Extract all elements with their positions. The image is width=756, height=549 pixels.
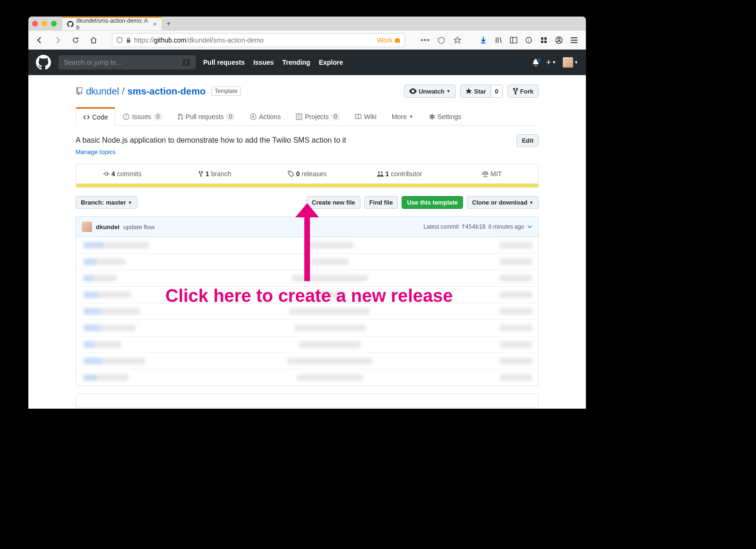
tab-issues[interactable]: Issues0: [115, 107, 170, 125]
github-header: Search or jump to... / Pull requests Iss…: [28, 50, 586, 75]
table-row[interactable]: [76, 352, 538, 369]
commit-message[interactable]: update flow: [123, 223, 155, 231]
url-text: https://github.com/dkundel/sms-action-de…: [134, 36, 375, 44]
clone-button[interactable]: Clone or download ▼: [467, 196, 539, 209]
close-window-button[interactable]: [32, 21, 38, 26]
tab-wiki[interactable]: Wiki: [347, 107, 384, 125]
svg-point-21: [378, 172, 380, 173]
numbers-summary: 4 commits 1 branch 0 releases 1 contribu…: [76, 164, 539, 184]
repo-link[interactable]: sms-action-demo: [128, 86, 206, 97]
notifications-button[interactable]: [532, 59, 540, 66]
url-bar[interactable]: https://github.com/dkundel/sms-action-de…: [112, 33, 405, 47]
tab-projects[interactable]: Projects0: [288, 107, 347, 125]
file-list: [76, 237, 539, 386]
star-button[interactable]: Star 0: [460, 85, 503, 98]
svg-point-9: [558, 38, 560, 40]
table-row[interactable]: [76, 270, 538, 286]
table-row[interactable]: [76, 336, 538, 352]
star-icon: [465, 88, 472, 94]
nav-pull-requests[interactable]: Pull requests: [203, 59, 245, 66]
table-row[interactable]: [76, 286, 538, 303]
page-actions-button[interactable]: •••: [418, 33, 432, 47]
tab-settings[interactable]: Settings: [421, 107, 469, 125]
github-logo-icon[interactable]: [36, 55, 51, 70]
nav-issues[interactable]: Issues: [253, 59, 274, 66]
owner-link[interactable]: dkundel: [86, 86, 119, 97]
svg-text:i: i: [528, 38, 529, 43]
lock-icon: [126, 37, 131, 43]
table-row[interactable]: [76, 319, 538, 336]
find-file-button[interactable]: Find file: [364, 196, 398, 209]
book-icon: [355, 113, 361, 120]
extension-grid-icon[interactable]: [537, 33, 551, 47]
notification-indicator-icon: [537, 58, 541, 62]
avatar[interactable]: [82, 222, 92, 232]
browser-toolbar: https://github.com/dkundel/sms-action-de…: [28, 31, 586, 50]
extension-icon[interactable]: i: [522, 33, 536, 47]
container-tag: Work: [377, 36, 400, 44]
slash-shortcut-icon: /: [182, 58, 190, 67]
repo-title: dkundel / sms-action-demo Template: [76, 86, 241, 97]
menu-button[interactable]: [567, 33, 581, 47]
close-tab-button[interactable]: ×: [153, 20, 157, 28]
downloads-button[interactable]: [476, 33, 490, 47]
commit-sha-link[interactable]: f454b18: [462, 223, 486, 230]
chevron-down-icon[interactable]: [527, 224, 533, 230]
back-button[interactable]: [33, 34, 46, 47]
nav-explore[interactable]: Explore: [319, 59, 343, 66]
manage-topics-link[interactable]: Manage topics: [76, 148, 346, 155]
table-row[interactable]: [76, 303, 538, 319]
github-favicon-icon: [67, 21, 74, 27]
use-template-button[interactable]: Use this template: [402, 196, 463, 209]
tab-pull-requests[interactable]: Pull requests0: [170, 107, 243, 125]
reload-button[interactable]: [69, 34, 82, 47]
window-controls: [32, 21, 57, 26]
sidebar-button[interactable]: [507, 33, 521, 47]
eye-icon: [409, 88, 417, 94]
minimize-window-button[interactable]: [42, 21, 47, 26]
commits-link[interactable]: 4 commits: [76, 164, 169, 183]
branches-link[interactable]: 1 branch: [169, 164, 261, 183]
browser-tab[interactable]: dkundel/sms-action-demo: A b ×: [62, 17, 162, 30]
edit-button[interactable]: Edit: [516, 134, 539, 147]
library-button[interactable]: [491, 33, 506, 47]
nav-trending[interactable]: Trending: [283, 59, 310, 66]
tab-actions[interactable]: Actions: [242, 107, 288, 125]
branch-select[interactable]: Branch: master ▼: [76, 196, 137, 209]
tab-more[interactable]: More ▼: [384, 107, 421, 125]
account-button[interactable]: [552, 33, 566, 47]
reader-view-icon[interactable]: [434, 33, 448, 47]
language-bar[interactable]: [76, 184, 539, 188]
create-new-dropdown[interactable]: +▼: [546, 58, 556, 68]
people-icon: [377, 171, 384, 177]
home-button[interactable]: [87, 34, 100, 47]
tab-code[interactable]: Code: [76, 107, 115, 126]
commit-author-link[interactable]: dkundel: [96, 223, 120, 231]
create-file-button[interactable]: Create new file: [307, 196, 361, 209]
svg-rect-4: [541, 37, 543, 40]
commit-time: 8 minutes ago: [489, 223, 524, 230]
fork-button[interactable]: Fork: [507, 85, 539, 98]
forward-button[interactable]: [51, 34, 64, 47]
fork-icon: [513, 87, 518, 95]
new-tab-button[interactable]: +: [166, 19, 171, 28]
svg-rect-0: [510, 37, 517, 43]
tab-title: dkundel/sms-action-demo: A b: [77, 17, 150, 31]
template-badge: Template: [211, 86, 241, 96]
releases-link[interactable]: 0 releases: [261, 164, 353, 183]
svg-rect-5: [544, 37, 547, 40]
github-search-input[interactable]: Search or jump to... /: [59, 55, 196, 69]
contributors-link[interactable]: 1 contributor: [353, 164, 446, 183]
maximize-window-button[interactable]: [51, 21, 57, 26]
project-icon: [296, 113, 302, 120]
license-link[interactable]: MIT: [446, 164, 538, 183]
user-menu[interactable]: ▼: [563, 57, 578, 68]
table-row[interactable]: [76, 237, 538, 253]
gear-icon: [429, 113, 435, 120]
table-row[interactable]: [76, 253, 538, 270]
bookmark-star-icon[interactable]: [450, 33, 464, 47]
table-row[interactable]: [76, 369, 538, 386]
browser-tab-bar: dkundel/sms-action-demo: A b × +: [28, 17, 586, 31]
unwatch-button[interactable]: Unwatch ▼: [404, 85, 455, 98]
issue-icon: [123, 113, 129, 120]
